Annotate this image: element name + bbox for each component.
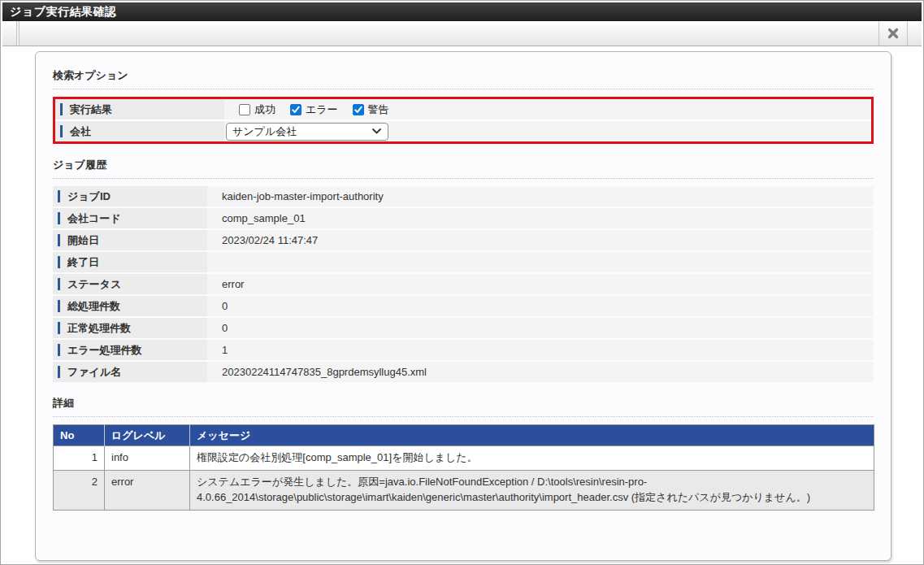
job-history-row: 総処理件数0 — [53, 296, 874, 316]
label-accent-bar — [58, 234, 60, 246]
field-value: 0 — [207, 318, 874, 338]
field-value-text: comp_sample_01 — [222, 212, 306, 224]
field-label: ファイル名 — [53, 362, 207, 382]
details-table-body: 1info権限設定の会社別処理[comp_sample_01]を開始しました。2… — [54, 446, 874, 511]
field-value: 1 — [207, 340, 874, 360]
field-label: エラー処理件数 — [53, 340, 207, 360]
table-row: 1info権限設定の会社別処理[comp_sample_01]を開始しました。 — [54, 446, 874, 471]
close-button[interactable] — [878, 21, 908, 46]
label-accent-bar — [58, 300, 60, 312]
job-history-row: エラー処理件数1 — [53, 340, 874, 360]
job-history-row: 正常処理件数0 — [53, 318, 874, 338]
field-label-text: エラー処理件数 — [67, 343, 142, 358]
field-label-text: ステータス — [67, 277, 121, 292]
cell-message: システムエラーが発生しました。原因=java.io.FileNotFoundEx… — [190, 470, 874, 510]
label-accent-bar — [60, 103, 63, 115]
checkbox-label-error: エラー — [306, 102, 338, 117]
field-label-text: 終了日 — [67, 255, 99, 270]
search-row-company: 会社 サンプル会社 — [55, 121, 871, 141]
field-label: ステータス — [53, 274, 207, 294]
field-value-text: error — [222, 278, 244, 290]
label-accent-bar — [58, 278, 60, 290]
field-label: ジョブID — [53, 186, 207, 206]
field-label-text: 会社コード — [67, 211, 121, 226]
company-label-text: 会社 — [70, 124, 91, 139]
checkbox-label-success: 成功 — [254, 102, 275, 117]
job-history-row: ステータスerror — [53, 274, 874, 294]
checkbox-error[interactable] — [290, 104, 301, 115]
check-icon — [292, 106, 300, 114]
field-value-text: 0 — [222, 300, 228, 312]
search-row-result: 実行結果 成功エラー警告 — [55, 99, 871, 120]
toolbar — [2, 21, 922, 46]
column-header: No — [54, 425, 105, 446]
job-history-row: 開始日2023/02/24 11:47:47 — [53, 230, 874, 250]
details-heading: 詳細 — [53, 396, 874, 417]
result-checkbox-group: 成功エラー警告 — [224, 99, 871, 120]
field-label-text: 開始日 — [67, 233, 99, 248]
field-value-text: kaiden-job-master-import-authority — [222, 190, 384, 202]
job-history-row: 終了日 — [53, 252, 874, 272]
field-label-text: 正常処理件数 — [67, 321, 131, 336]
cell-no: 2 — [54, 470, 105, 510]
cell-no: 1 — [54, 446, 105, 471]
field-label: 終了日 — [53, 252, 207, 272]
dialog-panel: 検索オプション 実行結果 成功エラー警告 会社 — [35, 51, 891, 561]
job-history-row: ファイル名20230224114747835_8gprdemsyllug45.x… — [53, 362, 874, 382]
company-select-cell: サンプル会社 — [224, 121, 871, 141]
field-value-text: 2023/02/24 11:47:47 — [222, 234, 318, 246]
page-title: ジョブ実行結果確認 — [10, 5, 116, 18]
field-label: 正常処理件数 — [53, 318, 207, 338]
field-value: kaiden-job-master-import-authority — [207, 186, 874, 206]
job-history-list: ジョブIDkaiden-job-master-import-authority会… — [53, 186, 874, 382]
content-area: 検索オプション 実行結果 成功エラー警告 会社 — [2, 46, 922, 564]
field-value: comp_sample_01 — [207, 208, 874, 228]
field-value-text: 20230224114747835_8gprdemsyllug45.xml — [222, 366, 427, 378]
label-accent-bar — [58, 366, 60, 378]
field-value: 20230224114747835_8gprdemsyllug45.xml — [207, 362, 874, 382]
checkbox-success[interactable] — [239, 104, 250, 115]
checkbox-item-success: 成功 — [239, 102, 275, 117]
window-titlebar: ジョブ実行結果確認 — [2, 2, 922, 21]
result-field-label: 実行結果 — [55, 99, 224, 120]
label-accent-bar — [58, 256, 60, 268]
app-window: ジョブ実行結果確認 検索オプション 実行結果 成功エラー警告 — [0, 0, 924, 565]
field-label-text: ジョブID — [67, 189, 111, 204]
chevron-down-icon — [372, 128, 381, 134]
checkbox-warning[interactable] — [353, 104, 364, 115]
field-value — [207, 252, 874, 272]
company-select-value: サンプル会社 — [232, 124, 297, 139]
field-label-text: ファイル名 — [67, 365, 121, 380]
job-history-row: 会社コードcomp_sample_01 — [53, 208, 874, 228]
label-accent-bar — [58, 322, 60, 334]
field-value-text: 1 — [222, 344, 228, 356]
company-field-label: 会社 — [55, 121, 224, 141]
details-table: Noログレベルメッセージ 1info権限設定の会社別処理[comp_sample… — [53, 424, 874, 511]
cell-message: 権限設定の会社別処理[comp_sample_01]を開始しました。 — [190, 446, 874, 471]
search-highlight-box: 実行結果 成功エラー警告 会社 サンプル会社 — [53, 97, 874, 144]
field-label: 会社コード — [53, 208, 207, 228]
toolbar-separator — [16, 21, 20, 46]
table-row: 2errorシステムエラーが発生しました。原因=java.io.FileNotF… — [54, 470, 874, 510]
field-value: error — [207, 274, 874, 294]
field-value: 2023/02/24 11:47:47 — [207, 230, 874, 250]
checkbox-label-warning: 警告 — [368, 102, 389, 117]
job-history-heading: ジョブ履歴 — [53, 158, 874, 179]
close-icon — [887, 28, 899, 39]
details-table-header-row: Noログレベルメッセージ — [54, 425, 874, 446]
label-accent-bar — [58, 190, 60, 202]
column-header: ログレベル — [105, 425, 190, 446]
check-icon — [354, 106, 362, 114]
checkbox-item-error: エラー — [290, 102, 338, 117]
checkbox-item-warning: 警告 — [353, 102, 389, 117]
field-label: 開始日 — [53, 230, 207, 250]
label-accent-bar — [60, 125, 63, 137]
column-header: メッセージ — [190, 425, 874, 446]
label-accent-bar — [58, 212, 60, 224]
cell-log-level: info — [105, 446, 190, 471]
search-options-heading: 検索オプション — [53, 68, 874, 89]
company-select[interactable]: サンプル会社 — [226, 123, 388, 141]
cell-log-level: error — [105, 470, 190, 510]
label-accent-bar — [58, 344, 60, 356]
result-label-text: 実行結果 — [70, 102, 112, 117]
